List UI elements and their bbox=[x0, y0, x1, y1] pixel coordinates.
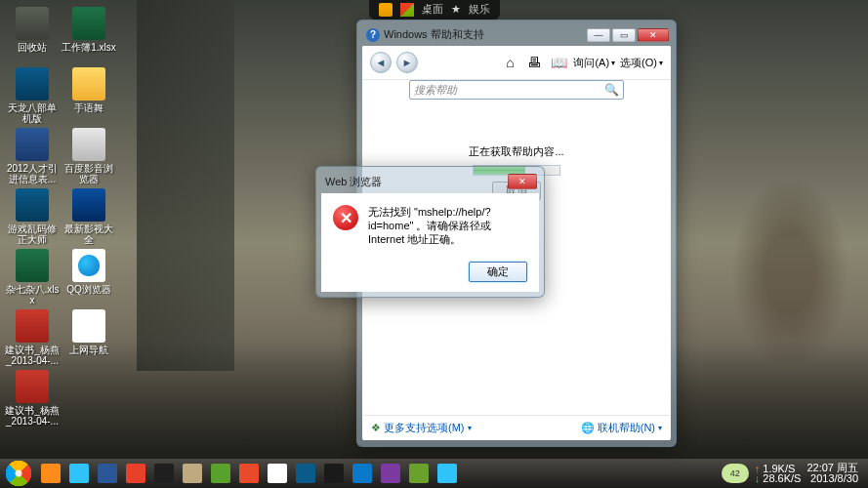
taskbar-pin[interactable] bbox=[434, 461, 461, 486]
app-icon bbox=[268, 464, 287, 483]
desktop-icon[interactable]: 回收站 bbox=[4, 5, 61, 63]
help-footer: ❖更多支持选项(M) 🌐联机帮助(N) bbox=[363, 415, 670, 440]
app-icon bbox=[69, 464, 89, 483]
error-titlebar[interactable]: Web 浏览器 ✕ bbox=[321, 172, 539, 193]
app-icon bbox=[296, 464, 315, 483]
taskbar-pin[interactable] bbox=[94, 461, 121, 486]
accel-badge[interactable]: 42 bbox=[722, 464, 749, 483]
desktop-icon[interactable]: 2012人才引进信息表... bbox=[4, 126, 61, 184]
icon-label: 百度影音浏览器 bbox=[61, 163, 117, 184]
taskbar-pin[interactable] bbox=[292, 461, 319, 486]
icon-label: 回收站 bbox=[18, 42, 47, 53]
browse-icon[interactable]: 📖 bbox=[549, 53, 568, 72]
app-icon bbox=[183, 464, 202, 483]
desktop-icon[interactable]: 建议书_杨燕_2013-04-... bbox=[4, 307, 61, 366]
home-icon[interactable]: ⌂ bbox=[500, 53, 519, 72]
taskbar-pin[interactable] bbox=[235, 461, 263, 486]
icon-label: QQ浏览器 bbox=[66, 284, 111, 295]
file-icon bbox=[16, 188, 49, 222]
help-icon: ? bbox=[366, 28, 380, 42]
file-icon bbox=[72, 67, 105, 101]
system-tray[interactable]: 42 ↑ 1.9K/S ↓ 28.6K/S 22:07 周五 2013/8/30 bbox=[722, 463, 864, 484]
help-toolbar: ◄ ► ⌂ 🖶 📖 询问(A) 选项(O) bbox=[362, 46, 671, 80]
app-icon bbox=[324, 464, 344, 483]
file-icon bbox=[16, 309, 49, 343]
taskbar-pin[interactable] bbox=[37, 461, 64, 486]
help-title-text: Windows 帮助和支持 bbox=[384, 27, 484, 42]
file-icon bbox=[72, 309, 105, 343]
taskbar-pin[interactable] bbox=[349, 461, 376, 486]
icon-label: 杂七杂八.xlsx bbox=[4, 284, 61, 305]
back-button[interactable]: ◄ bbox=[370, 52, 392, 73]
help-titlebar[interactable]: ? Windows 帮助和支持 — ▭ ✕ bbox=[362, 25, 671, 46]
app-icon bbox=[437, 464, 457, 483]
icon-label: 建议书_杨燕_2013-04-... bbox=[4, 345, 61, 366]
icon-label: 工作簿1.xlsx bbox=[62, 42, 116, 53]
loading-text: 正在获取帮助内容... bbox=[362, 144, 671, 159]
app-icon bbox=[409, 464, 429, 483]
app-icon bbox=[352, 464, 372, 483]
error-dialog: Web 浏览器 ✕ ✕ 无法找到 "mshelp://help/?id=home… bbox=[315, 166, 545, 298]
icon-label: 天龙八部单机版 bbox=[4, 102, 61, 124]
options-menu[interactable]: 选项(O) bbox=[620, 56, 663, 70]
taskbar-pin[interactable] bbox=[377, 461, 404, 486]
file-icon bbox=[16, 67, 49, 101]
taskbar-pin[interactable] bbox=[122, 461, 149, 486]
file-icon bbox=[16, 249, 49, 282]
more-support-link[interactable]: ❖更多支持选项(M) bbox=[371, 421, 472, 435]
taskbar-pin[interactable] bbox=[150, 461, 178, 486]
taskbar-pin[interactable] bbox=[320, 461, 348, 486]
forward-button[interactable]: ► bbox=[396, 52, 418, 73]
netspeed: ↑ 1.9K/S ↓ 28.6K/S bbox=[755, 464, 802, 483]
icon-label: 手语舞 bbox=[74, 102, 103, 113]
desktop-icon[interactable]: 上网导航 bbox=[61, 307, 117, 366]
file-icon bbox=[16, 7, 49, 40]
online-help-link[interactable]: 🌐联机帮助(N) bbox=[581, 421, 662, 435]
desktop-icon[interactable]: 杂七杂八.xlsx bbox=[4, 247, 61, 305]
desktop-icon[interactable]: QQ浏览器 bbox=[61, 247, 117, 305]
minimize-button[interactable]: — bbox=[587, 28, 610, 42]
start-button[interactable] bbox=[4, 459, 33, 488]
app-icon bbox=[211, 464, 230, 483]
ask-menu[interactable]: 询问(A) bbox=[573, 56, 615, 70]
error-close-button[interactable]: ✕ bbox=[508, 174, 537, 189]
taskbar-pin[interactable] bbox=[179, 461, 206, 486]
search-go-icon[interactable]: 🔍 bbox=[604, 83, 619, 97]
file-icon bbox=[72, 128, 105, 161]
print-icon[interactable]: 🖶 bbox=[524, 53, 544, 72]
file-icon bbox=[72, 188, 105, 222]
taskbar-pin[interactable] bbox=[405, 461, 433, 486]
desktop-icon[interactable]: 百度影音浏览器 bbox=[61, 126, 117, 184]
desktop-icon[interactable]: 建议书_杨燕_2013-04-... bbox=[4, 368, 61, 427]
search-input[interactable]: 搜索帮助 🔍 bbox=[409, 80, 624, 100]
icon-label: 上网导航 bbox=[69, 345, 108, 355]
taskbar-pin[interactable] bbox=[65, 461, 93, 486]
icon-label: 2012人才引进信息表... bbox=[4, 163, 61, 184]
desktop-icon[interactable]: 天龙八部单机版 bbox=[4, 65, 61, 124]
ok-button[interactable]: 确定 bbox=[469, 262, 527, 282]
desktop-icon[interactable]: 游戏乱码修正大师 bbox=[4, 186, 61, 245]
desktop-icon[interactable]: 最新影视大全 bbox=[61, 186, 117, 245]
icon-label: 建议书_杨燕_2013-04-... bbox=[4, 405, 61, 427]
app-icon bbox=[154, 464, 174, 483]
clock[interactable]: 22:07 周五 2013/8/30 bbox=[806, 463, 858, 484]
search-placeholder: 搜索帮助 bbox=[414, 83, 457, 98]
error-title-text: Web 浏览器 bbox=[325, 175, 382, 189]
desktop-icon[interactable]: 手语舞 bbox=[61, 65, 117, 124]
taskbar-pin[interactable] bbox=[264, 461, 291, 486]
desktop-icon[interactable]: 工作簿1.xlsx bbox=[61, 5, 117, 63]
file-icon bbox=[72, 7, 105, 40]
icon-label: 最新影视大全 bbox=[61, 224, 117, 245]
taskbar-pin[interactable] bbox=[207, 461, 234, 486]
file-icon bbox=[72, 249, 105, 282]
maximize-button[interactable]: ▭ bbox=[612, 28, 636, 42]
file-icon bbox=[16, 128, 49, 161]
icon-label: 游戏乱码修正大师 bbox=[4, 224, 61, 245]
close-button[interactable]: ✕ bbox=[638, 28, 669, 42]
app-icon bbox=[239, 464, 259, 483]
error-icon: ✕ bbox=[333, 205, 358, 230]
app-icon bbox=[41, 464, 61, 483]
app-icon bbox=[98, 464, 117, 483]
app-icon bbox=[381, 464, 400, 483]
error-message: 无法找到 "mshelp://help/?id=home" 。请确保路径或 In… bbox=[368, 205, 527, 246]
